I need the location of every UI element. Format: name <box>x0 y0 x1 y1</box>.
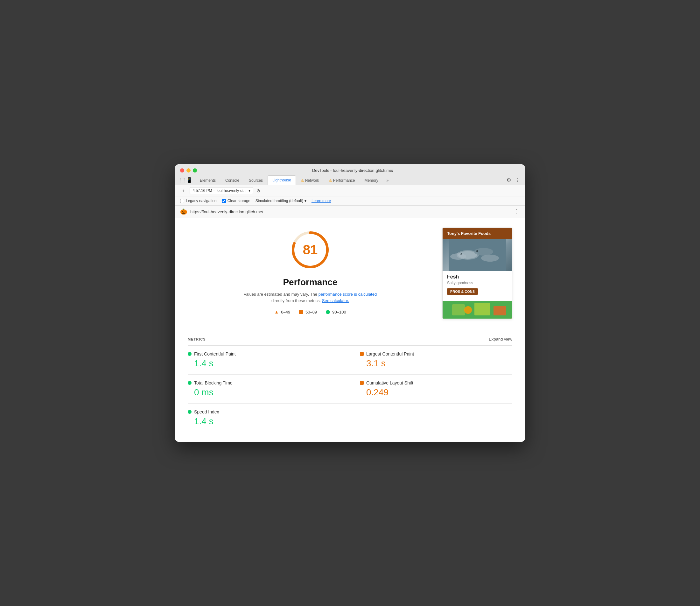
legacy-navigation-checkbox[interactable] <box>180 199 184 203</box>
session-selector[interactable]: 4:57:16 PM – foul-heavenly-di... ▾ <box>190 187 253 194</box>
inspect-icon[interactable]: ⬚ <box>180 177 185 183</box>
food-image-2-svg <box>442 301 512 319</box>
fish-illustration <box>449 239 506 271</box>
fail-triangle-icon: ▲ <box>274 309 279 314</box>
metric-si-name: Speed Index <box>194 409 219 414</box>
throttling-dropdown-icon: ▾ <box>305 199 307 203</box>
clear-storage-option[interactable]: Clear storage <box>222 199 250 203</box>
svg-rect-11 <box>452 304 465 316</box>
score-gauge: 81 <box>288 228 333 272</box>
metric-tbt-status-icon <box>188 381 192 385</box>
desc-text: Values are estimated and may vary. The <box>244 292 317 297</box>
legend-fail-range: 0–49 <box>281 310 290 314</box>
score-legend: ▲ 0–49 50–89 90–100 <box>274 309 346 314</box>
clear-storage-checkbox[interactable] <box>222 199 226 203</box>
metric-cls: Cumulative Layout Shift 0.249 <box>350 375 512 403</box>
svg-rect-12 <box>475 303 490 316</box>
pros-cons-button[interactable]: PROS & CONS <box>447 288 478 295</box>
metric-lcp-value: 3.1 s <box>360 358 506 369</box>
tab-lighthouse[interactable]: Lighthouse <box>268 176 296 185</box>
main-content: 81 Performance Values are estimated and … <box>175 218 525 332</box>
tab-console[interactable]: Console <box>220 176 244 185</box>
url-text: https://foul-heavenly-direction.glitch.m… <box>190 209 511 214</box>
metric-si-value: 1.4 s <box>188 416 344 426</box>
svg-rect-13 <box>493 306 506 316</box>
favicon-icon: 🎃 <box>180 208 187 215</box>
metric-fcp-status-icon <box>188 352 192 356</box>
pass-circle-icon <box>326 310 330 314</box>
maximize-button[interactable] <box>193 168 197 172</box>
tab-sources[interactable]: Sources <box>244 176 268 185</box>
metrics-header: METRICS Expand view <box>188 332 512 346</box>
metric-tbt-header: Total Blocking Time <box>188 380 344 386</box>
reload-icon[interactable]: ⊘ <box>257 188 260 193</box>
devtools-window: DevTools - foul-heavenly-direction.glitc… <box>175 164 525 442</box>
score-section: 81 Performance Values are estimated and … <box>188 228 433 314</box>
tab-elements[interactable]: Elements <box>195 176 220 185</box>
metric-lcp-status-icon <box>360 352 364 356</box>
metric-cls-name: Cumulative Layout Shift <box>366 380 413 386</box>
metrics-label: METRICS <box>188 337 206 341</box>
window-title: DevTools - foul-heavenly-direction.glitc… <box>202 168 503 173</box>
metric-lcp-header: Largest Contentful Paint <box>360 351 506 356</box>
metric-si-header: Speed Index <box>188 409 344 414</box>
titlebar: DevTools - foul-heavenly-direction.glitc… <box>175 164 525 185</box>
devtools-tabs: ⬚ 📱 Elements Console Sources Lighthouse … <box>180 176 520 185</box>
tab-memory[interactable]: Memory <box>360 176 383 185</box>
gauge-score: 81 <box>303 242 318 257</box>
traffic-lights <box>180 168 197 172</box>
right-panel: Tony's Favorite Foods <box>442 228 512 322</box>
metrics-grid: First Contentful Paint 1.4 s Largest Con… <box>188 346 512 432</box>
metric-tbt: Total Blocking Time 0 ms <box>188 375 350 403</box>
throttling-label: Simulated throttling (default) <box>256 199 303 203</box>
metric-fcp-header: First Contentful Paint <box>188 351 344 356</box>
more-options-icon[interactable]: ⋮ <box>515 177 520 183</box>
session-label: 4:57:16 PM – foul-heavenly-di... <box>193 188 246 193</box>
legend-pass-range: 90–100 <box>332 310 346 314</box>
settings-icon[interactable]: ⚙ <box>507 177 511 183</box>
more-tabs-button[interactable]: » <box>383 176 392 185</box>
url-more-options[interactable]: ⋮ <box>514 208 520 215</box>
legend-pass: 90–100 <box>326 310 346 314</box>
minimize-button[interactable] <box>187 168 191 172</box>
expand-view-button[interactable]: Expand view <box>489 337 512 342</box>
tab-performance[interactable]: ⚠Performance <box>324 176 360 185</box>
site-preview-header: Tony's Favorite Foods <box>442 228 512 239</box>
metric-lcp-name: Largest Contentful Paint <box>366 351 414 356</box>
svg-point-6 <box>481 255 499 262</box>
metric-fcp-name: First Contentful Paint <box>194 351 236 356</box>
close-button[interactable] <box>180 168 184 172</box>
site-preview: Tony's Favorite Foods <box>442 228 512 319</box>
legacy-navigation-option[interactable]: Legacy navigation <box>180 199 217 203</box>
performance-score-link[interactable]: performance score is calculated <box>318 292 377 297</box>
metric-si-status-icon <box>188 410 192 414</box>
tab-network[interactable]: ⚠Network <box>296 176 324 185</box>
session-dropdown-icon: ▾ <box>248 188 250 193</box>
left-panel: 81 Performance Values are estimated and … <box>188 228 433 322</box>
device-icon[interactable]: 📱 <box>186 177 193 183</box>
toolbar: + 4:57:16 PM – foul-heavenly-di... ▾ ⊘ <box>175 185 525 196</box>
url-bar: 🎃 https://foul-heavenly-direction.glitch… <box>175 206 525 218</box>
metric-lcp: Largest Contentful Paint 3.1 s <box>350 346 512 375</box>
svg-point-9 <box>450 253 466 260</box>
calculator-link[interactable]: See calculator. <box>322 298 349 303</box>
site-preview-content: Fesh Salty goodness PROS & CONS <box>442 271 512 301</box>
throttling-selector[interactable]: Simulated throttling (default) ▾ <box>256 199 307 203</box>
metric-cls-header: Cumulative Layout Shift <box>360 380 506 386</box>
clear-storage-label: Clear storage <box>227 199 250 203</box>
average-square-icon <box>299 310 303 314</box>
food-image-1 <box>442 239 512 271</box>
legend-fail: ▲ 0–49 <box>274 309 290 314</box>
metric-si: Speed Index 1.4 s <box>188 403 350 432</box>
metric-cls-value: 0.249 <box>360 387 506 398</box>
learn-more-link[interactable]: Learn more <box>312 199 331 203</box>
site-preview-body: Fesh Salty goodness PROS & CONS <box>442 239 512 319</box>
legend-average-range: 50–89 <box>306 310 317 314</box>
metric-tbt-value: 0 ms <box>188 387 344 398</box>
legacy-navigation-label: Legacy navigation <box>186 199 217 203</box>
add-session-button[interactable]: + <box>180 187 187 194</box>
performance-title: Performance <box>283 277 337 287</box>
food-tagline: Salty goodness <box>447 281 507 285</box>
food-name: Fesh <box>447 274 507 280</box>
metric-fcp: First Contentful Paint 1.4 s <box>188 346 350 375</box>
